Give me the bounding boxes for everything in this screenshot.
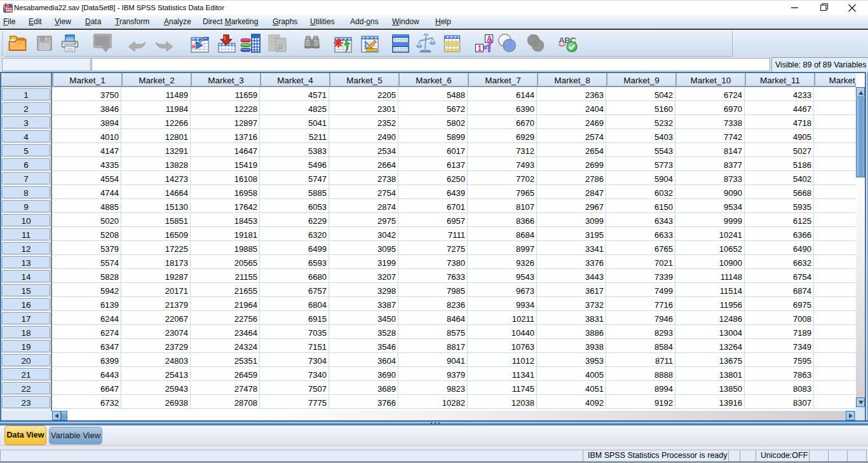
svg-text:1: 1 — [478, 44, 482, 53]
svg-text:μ: μ — [277, 40, 283, 52]
